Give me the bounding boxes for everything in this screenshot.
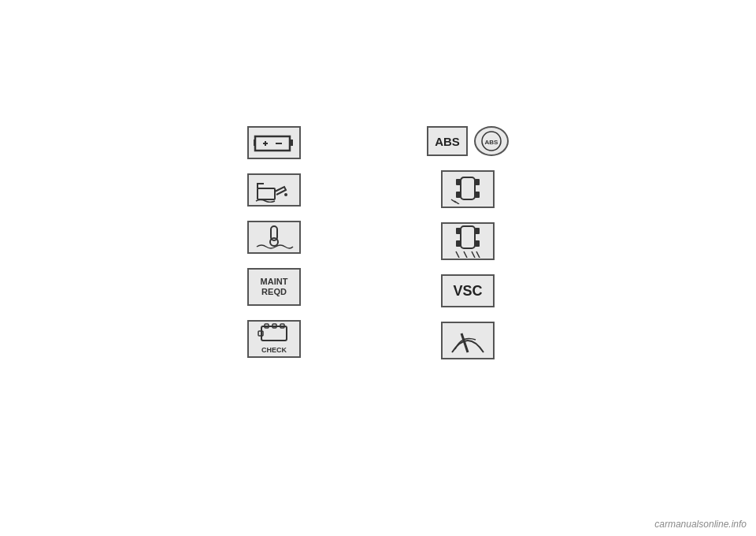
abs-indicator: ABS ABS	[427, 126, 509, 156]
check-label: CHECK	[261, 347, 287, 355]
svg-rect-2	[254, 140, 255, 146]
battery-indicator	[247, 126, 301, 159]
svg-rect-20	[456, 192, 461, 198]
check-engine-indicator: CHECK	[247, 320, 301, 358]
watermark: carmanualsonline.info	[654, 519, 747, 530]
oil-pressure-indicator	[247, 173, 301, 207]
left-column: MAINT REQD CHECK	[247, 126, 301, 359]
svg-point-9	[270, 238, 278, 246]
svg-rect-27	[456, 240, 461, 247]
svg-rect-17	[461, 177, 475, 199]
svg-rect-6	[258, 188, 275, 199]
maint-reqd-label2: REQD	[261, 287, 287, 297]
abs-label: ABS	[435, 135, 460, 148]
right-column: ABS ABS	[427, 126, 509, 359]
svg-rect-28	[475, 240, 480, 247]
vehicle-skid1-icon	[448, 174, 487, 204]
vehicle-skid1-indicator	[441, 170, 495, 208]
vsc-indicator: VSC	[441, 274, 495, 307]
abs-text-box: ABS	[427, 126, 468, 156]
coolant-icon	[254, 225, 295, 250]
svg-rect-26	[475, 228, 480, 234]
maint-reqd-label: MAINT	[261, 277, 288, 287]
wiper-icon	[447, 326, 488, 355]
oil-icon	[254, 177, 294, 203]
vsc-label: VSC	[453, 283, 482, 300]
indicators-container: MAINT REQD CHECK	[0, 126, 756, 359]
page: MAINT REQD CHECK	[0, 0, 756, 536]
abs-circle-box: ABS	[474, 126, 509, 156]
abs-circle-icon: ABS	[477, 129, 506, 153]
svg-rect-0	[255, 136, 290, 151]
vehicle-skid2-indicator	[441, 222, 495, 260]
svg-rect-1	[290, 140, 293, 146]
coolant-temp-indicator	[247, 221, 301, 254]
battery-icon	[254, 132, 295, 154]
maint-reqd-indicator: MAINT REQD	[247, 268, 301, 306]
svg-rect-24	[461, 226, 475, 248]
svg-text:ABS: ABS	[485, 139, 499, 146]
svg-rect-19	[475, 179, 480, 185]
svg-rect-25	[456, 228, 461, 234]
check-engine-icon	[257, 323, 291, 347]
wiper-indicator	[441, 322, 495, 359]
svg-rect-18	[456, 179, 461, 185]
svg-rect-21	[475, 192, 480, 198]
svg-point-7	[284, 193, 287, 196]
vehicle-skid2-icon	[448, 225, 487, 258]
